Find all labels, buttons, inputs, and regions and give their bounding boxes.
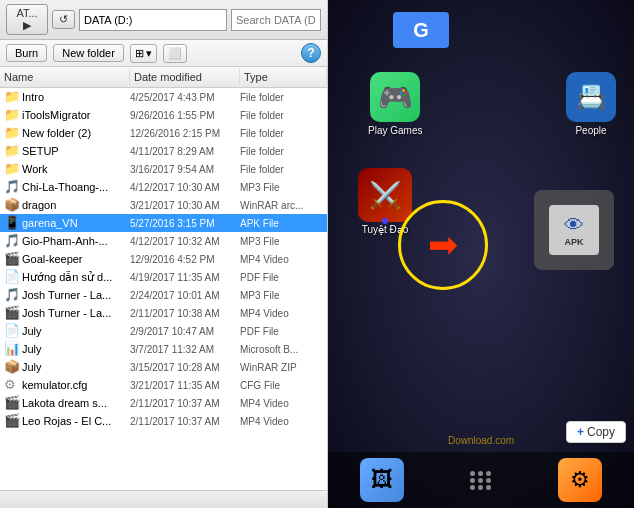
file-type: MP4 Video [240, 416, 327, 427]
file-icon: 📄 [4, 269, 20, 285]
file-type: MP4 Video [240, 254, 327, 265]
status-bar [0, 490, 327, 508]
file-icon: 🎬 [4, 395, 20, 411]
file-date: 2/11/2017 10:38 AM [130, 308, 240, 319]
table-row[interactable]: 📦 dragon 3/21/2017 10:30 AM WinRAR arc..… [0, 196, 327, 214]
table-row[interactable]: 📁 iToolsMigrator 9/26/2016 1:55 PM File … [0, 106, 327, 124]
file-name: Josh Turner - La... [22, 289, 130, 301]
apk-eye-icon: 👁 [564, 214, 584, 237]
table-row[interactable]: 📁 New folder (2) 12/26/2016 2:15 PM File… [0, 124, 327, 142]
column-headers: Name Date modified Type [0, 67, 327, 88]
table-row[interactable]: 📁 Work 3/16/2017 9:54 AM File folder [0, 160, 327, 178]
col-header-type[interactable]: Type [240, 69, 327, 85]
file-icon: 🎵 [4, 287, 20, 303]
file-date: 3/21/2017 10:30 AM [130, 200, 240, 211]
file-type: MP4 Video [240, 398, 327, 409]
file-date: 5/27/2016 3:15 PM [130, 218, 240, 229]
google-button[interactable]: G [393, 12, 449, 48]
arrow-icon: ➡ [428, 224, 458, 266]
table-row[interactable]: 🎬 Goal-keeper 12/9/2016 4:52 PM MP4 Vide… [0, 250, 327, 268]
table-row[interactable]: 🎵 Gio-Pham-Anh-... 4/12/2017 10:32 AM MP… [0, 232, 327, 250]
table-row[interactable]: 🎬 Josh Turner - La... 2/11/2017 10:38 AM… [0, 304, 327, 322]
file-icon: 📦 [4, 197, 20, 213]
table-row[interactable]: 📄 July 2/9/2017 10:47 AM PDF File [0, 322, 327, 340]
file-list: 📁 Intro 4/25/2017 4:43 PM File folder 📁 … [0, 88, 327, 490]
people-icon[interactable]: 📇 People [566, 72, 616, 136]
nav-toolbar: AT... ▶ ↺ [0, 0, 327, 40]
table-row[interactable]: 🎵 Josh Turner - La... 2/24/2017 10:01 AM… [0, 286, 327, 304]
apk-icon-box: 👁 APK [549, 205, 599, 255]
file-date: 9/26/2016 1:55 PM [130, 110, 240, 121]
address-bar-input[interactable] [79, 9, 227, 31]
file-type: File folder [240, 164, 327, 175]
nav-refresh-button[interactable]: ↺ [52, 10, 75, 29]
new-folder-button[interactable]: New folder [53, 44, 124, 62]
file-icon: 📁 [4, 161, 20, 177]
people-label: People [575, 125, 606, 136]
file-name: Leo Rojas - El C... [22, 415, 130, 427]
table-row[interactable]: 📁 SETUP 4/11/2017 8:29 AM File folder [0, 142, 327, 160]
android-dock: 🖼 ⚙ [328, 452, 634, 508]
file-name: New folder (2) [22, 127, 130, 139]
file-date: 4/25/2017 4:43 PM [130, 92, 240, 103]
file-date: 3/21/2017 11:35 AM [130, 380, 240, 391]
table-row[interactable]: 📄 Hướng dẫn sử d... 4/19/2017 11:35 AM P… [0, 268, 327, 286]
table-row[interactable]: 📊 July 3/7/2017 11:32 AM Microsoft B... [0, 340, 327, 358]
col-header-name[interactable]: Name [0, 69, 130, 85]
file-name: Goal-keeper [22, 253, 130, 265]
nav-back-button[interactable]: AT... ▶ [6, 4, 48, 35]
file-type: MP4 Video [240, 308, 327, 319]
file-date: 3/15/2017 10:28 AM [130, 362, 240, 373]
table-row[interactable]: 📦 July 3/15/2017 10:28 AM WinRAR ZIP [0, 358, 327, 376]
file-type: File folder [240, 128, 327, 139]
file-type: WinRAR arc... [240, 200, 327, 211]
table-row[interactable]: ⚙ kemulator.cfg 3/21/2017 11:35 AM CFG F… [0, 376, 327, 394]
file-name: kemulator.cfg [22, 379, 130, 391]
file-icon: 🎵 [4, 233, 20, 249]
search-input[interactable] [231, 9, 321, 31]
file-name: Gio-Pham-Anh-... [22, 235, 130, 247]
file-date: 2/11/2017 10:37 AM [130, 416, 240, 427]
file-date: 4/11/2017 8:29 AM [130, 146, 240, 157]
apk-label: APK [564, 237, 583, 247]
table-row[interactable]: 🎬 Lakota dream s... 2/11/2017 10:37 AM M… [0, 394, 327, 412]
play-games-icon[interactable]: 🎮 Play Games [368, 72, 422, 136]
file-name: Lakota dream s... [22, 397, 130, 409]
file-date: 2/9/2017 10:47 AM [130, 326, 240, 337]
file-name: dragon [22, 199, 130, 211]
file-type: PDF File [240, 326, 327, 337]
file-icon: 📁 [4, 143, 20, 159]
file-explorer: AT... ▶ ↺ Burn New folder ⊞ ▾ ⬜ ? Name D… [0, 0, 328, 508]
play-games-img: 🎮 [370, 72, 420, 122]
file-icon: 📁 [4, 107, 20, 123]
help-button[interactable]: ? [301, 43, 321, 63]
col-header-date[interactable]: Date modified [130, 69, 240, 85]
file-type: PDF File [240, 272, 327, 283]
file-name: SETUP [22, 145, 130, 157]
burn-button[interactable]: Burn [6, 44, 47, 62]
file-name: July [22, 325, 130, 337]
apk-drop-target[interactable]: 👁 APK [534, 190, 614, 270]
table-row[interactable]: 📁 Intro 4/25/2017 4:43 PM File folder [0, 88, 327, 106]
pane-icon: ⬜ [168, 47, 182, 60]
dock-settings-button[interactable]: ⚙ [558, 458, 602, 502]
dock-gallery-button[interactable]: 🖼 [360, 458, 404, 502]
arrow-circle: ➡ [398, 200, 488, 290]
file-date: 2/24/2017 10:01 AM [130, 290, 240, 301]
file-name: Intro [22, 91, 130, 103]
file-icon: 📁 [4, 125, 20, 141]
file-name: Hướng dẫn sử d... [22, 271, 130, 284]
table-row[interactable]: 📱 garena_VN 5/27/2016 3:15 PM APK File [0, 214, 327, 232]
table-row[interactable]: 🎬 Leo Rojas - El C... 2/11/2017 10:37 AM… [0, 412, 327, 430]
file-icon: 📦 [4, 359, 20, 375]
dock-apps-button[interactable] [459, 458, 503, 502]
file-icon: 📱 [4, 215, 20, 231]
view-dropdown-icon: ▾ [146, 47, 152, 60]
view-options-button[interactable]: ⊞ ▾ [130, 44, 157, 63]
file-date: 4/12/2017 10:30 AM [130, 182, 240, 193]
file-icon: 📄 [4, 323, 20, 339]
file-icon: 🎵 [4, 179, 20, 195]
table-row[interactable]: 🎵 Chi-La-Thoang-... 4/12/2017 10:30 AM M… [0, 178, 327, 196]
pane-toggle-button[interactable]: ⬜ [163, 44, 187, 63]
watermark: Download.com [328, 435, 634, 446]
